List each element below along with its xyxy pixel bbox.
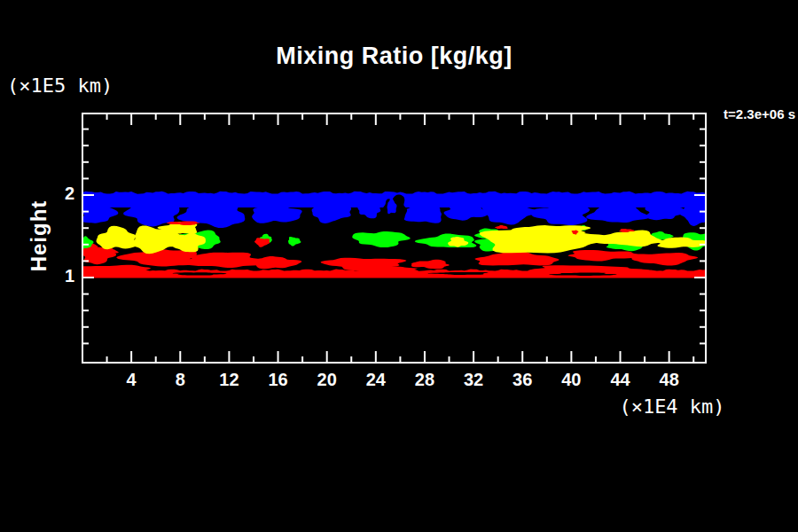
x-tick-label-24: 24	[356, 370, 395, 390]
x-tick-label-32: 32	[454, 370, 493, 390]
x-tick-label-16: 16	[259, 370, 298, 390]
x-tick-label-8: 8	[160, 370, 200, 390]
contour-blob-red	[254, 256, 302, 269]
plot-window: Mixing Ratio [kg/kg] (×1E5 km) t=2.3e+06…	[0, 0, 798, 532]
contour-blob-red	[254, 238, 270, 247]
contour-blob-green	[415, 234, 477, 248]
x-tick-label-48: 48	[650, 370, 689, 390]
contour-blob-green	[352, 231, 410, 247]
contour-blob-red	[411, 260, 450, 269]
contour-blob-yellow	[168, 233, 206, 253]
x-tick-label-36: 36	[503, 370, 542, 390]
x-tick-label-12: 12	[209, 370, 248, 390]
x-tick-label-40: 40	[552, 370, 591, 390]
x-tick-label-4: 4	[112, 370, 151, 390]
contour-blob-yellow	[97, 226, 137, 249]
contour-plot-svg	[0, 0, 798, 532]
contour-blob-red	[629, 253, 698, 266]
contour-blob-red	[495, 225, 508, 229]
x-tick-label-28: 28	[405, 370, 444, 390]
contour-blob-red	[475, 251, 559, 265]
x-tick-label-44: 44	[601, 370, 640, 390]
contour-blob-green	[288, 237, 301, 246]
contour-blob-yellow	[594, 231, 662, 247]
x-tick-label-20: 20	[308, 370, 347, 390]
y-tick-label-1: 1	[35, 266, 74, 286]
y-tick-label-2: 2	[35, 184, 74, 204]
